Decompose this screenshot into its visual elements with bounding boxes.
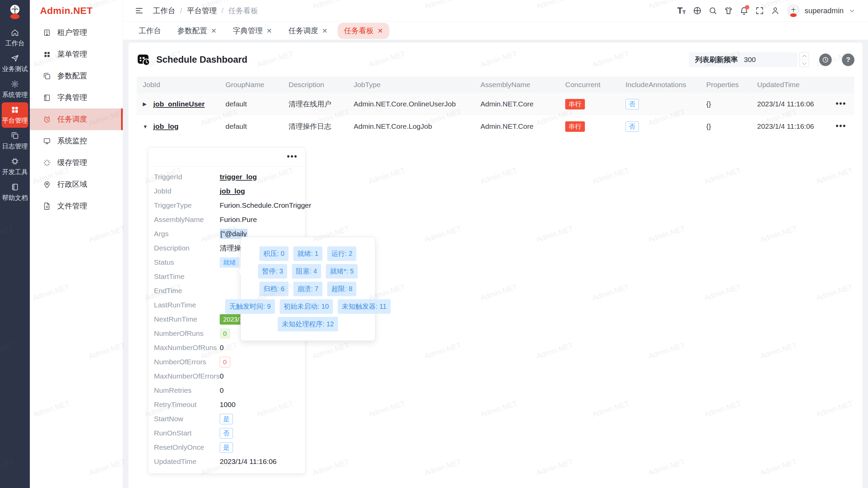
- rail-item-label: 帮助文档: [2, 194, 28, 202]
- sidebar-item-cache-mgmt[interactable]: 缓存管理: [30, 152, 123, 174]
- table-header-row: JobId GroupName Description JobType Asse…: [137, 77, 854, 93]
- breadcrumb-item[interactable]: 平台管理: [187, 6, 217, 16]
- stepper-up-button[interactable]: [800, 53, 809, 60]
- assembly-name-value: Furion.Pure: [220, 216, 257, 224]
- font-size-icon: TT: [677, 6, 686, 15]
- notifications-button[interactable]: [737, 4, 751, 18]
- rail-item-business-test[interactable]: 业务测试: [2, 51, 28, 76]
- close-icon[interactable]: ✕: [211, 27, 217, 34]
- user-avatar[interactable]: [787, 4, 800, 17]
- theme-button[interactable]: [721, 4, 735, 18]
- job-id-link[interactable]: job_log: [153, 122, 179, 130]
- detail-more-actions-button[interactable]: •••: [287, 155, 298, 158]
- row-more-actions-button[interactable]: •••: [836, 102, 847, 105]
- help-button[interactable]: ?: [842, 54, 854, 66]
- app-root: 工作台 业务测试 系统管理 平台管理 日志管理 开发工具 帮助文档 Admin.…: [0, 0, 868, 488]
- rail-item-label: 平台管理: [2, 116, 28, 125]
- breadcrumb-item-current: 任务看板: [228, 6, 258, 16]
- sidebar-item-dict-mgmt[interactable]: 字典管理: [30, 87, 123, 108]
- rail-item-log-mgmt[interactable]: 日志管理: [2, 128, 28, 154]
- notebook-icon: [11, 183, 19, 191]
- status-badge[interactable]: 就绪: [220, 257, 239, 268]
- paper-plane-icon: [11, 54, 19, 63]
- breadcrumb-item[interactable]: 工作台: [153, 6, 175, 16]
- main-area: 工作台 / 平台管理 / 任务看板 TT: [123, 0, 868, 488]
- stepper-down-button[interactable]: [800, 60, 809, 67]
- updated-time-cell: 2023/1/4 11:16:06: [753, 115, 828, 138]
- rail-item-help-docs[interactable]: 帮助文档: [2, 180, 28, 205]
- app-logo-icon[interactable]: [6, 3, 23, 20]
- tshirt-icon: [724, 6, 733, 15]
- updated-time-value: 2023/1/4 11:16:06: [220, 458, 277, 466]
- rail-item-dev-tools[interactable]: 开发工具: [2, 154, 28, 179]
- concurrent-badge: 串行: [565, 121, 585, 132]
- status-legend-badge: 阻塞: 4: [292, 264, 321, 279]
- column-header-description: Description: [284, 77, 350, 93]
- user-menu-chevron[interactable]: [845, 4, 859, 18]
- sidebar-item-system-monitor[interactable]: 系统监控: [30, 130, 123, 152]
- close-icon[interactable]: ✕: [377, 27, 383, 34]
- detail-row: MaxNumberOfRuns0: [149, 341, 305, 355]
- popover-row: 积压: 0 就绪: 1 运行: 2: [245, 246, 371, 261]
- tab-task-dashboard[interactable]: 任务看板 ✕: [338, 23, 389, 39]
- language-globe-icon: [693, 6, 702, 15]
- schedule-dashboard-card: Schedule Dashboard 列表刷新频率 300: [129, 43, 863, 488]
- collapse-row-icon[interactable]: ▼: [143, 124, 148, 129]
- rail-item-platform-mgmt[interactable]: 平台管理: [2, 102, 28, 128]
- expand-row-icon[interactable]: ▶: [143, 101, 148, 107]
- detail-row: JobIdjob_log: [149, 184, 305, 198]
- rail-item-label: 系统管理: [2, 90, 28, 99]
- rail-item-workbench[interactable]: 工作台: [2, 25, 28, 50]
- column-header-includeannotations: IncludeAnnotations: [622, 77, 702, 93]
- brand-logo-text[interactable]: Admin.NET: [30, 0, 123, 22]
- sidebar-item-file-mgmt[interactable]: 文件管理: [30, 195, 123, 217]
- monitor-icon: [43, 137, 51, 145]
- job-id-link[interactable]: job_onlineUser: [153, 100, 205, 108]
- table-row: ▶ job_onlineUser default 清理在线用户 Admin.NE…: [137, 93, 854, 115]
- sidebar-item-tenant-mgmt[interactable]: 租户管理: [30, 22, 123, 43]
- tab-label: 任务调度: [289, 26, 318, 36]
- search-button[interactable]: [706, 4, 720, 18]
- refresh-timer-button[interactable]: [819, 54, 832, 66]
- rail-item-system-mgmt[interactable]: 系统管理: [2, 77, 28, 102]
- close-icon[interactable]: ✕: [322, 27, 328, 34]
- breadcrumb: 工作台 / 平台管理 / 任务看板: [153, 6, 258, 16]
- menu-grid-icon: [43, 50, 51, 59]
- tab-task-schedule[interactable]: 任务调度 ✕: [282, 23, 334, 39]
- collapse-menu-button[interactable]: [132, 4, 146, 18]
- row-more-actions-button[interactable]: •••: [836, 125, 847, 128]
- trigger-id-link[interactable]: trigger_log: [220, 173, 257, 181]
- column-header-jobid: JobId: [137, 77, 221, 93]
- status-legend-badge: 就绪: 1: [293, 246, 322, 261]
- sidebar-item-label: 缓存管理: [57, 158, 87, 168]
- sidebar-item-param-config[interactable]: 参数配置: [30, 65, 123, 87]
- sidebar-item-label: 行政区域: [57, 179, 87, 189]
- max-number-of-errors-value: 0: [220, 372, 224, 380]
- include-annotations-badge: 否: [626, 121, 639, 132]
- detail-row: TriggerIdtrigger_log: [149, 170, 305, 184]
- sidebar-item-menu-mgmt[interactable]: 菜单管理: [30, 43, 123, 65]
- detail-row: StartNow是: [149, 412, 305, 426]
- font-size-button[interactable]: TT: [674, 4, 689, 18]
- job-id-link[interactable]: job_log: [220, 187, 245, 195]
- language-button[interactable]: [690, 4, 704, 18]
- detail-card-header: •••: [149, 147, 305, 166]
- sidebar-item-task-schedule[interactable]: 任务调度: [30, 108, 123, 130]
- max-number-of-runs-value: 0: [220, 344, 224, 352]
- tab-workbench[interactable]: 工作台: [133, 23, 167, 39]
- sidebar-item-admin-region[interactable]: 行政区域: [30, 174, 123, 195]
- refresh-frequency-input[interactable]: 列表刷新频率 300: [689, 52, 797, 67]
- column-header-concurrent: Concurrent: [561, 77, 622, 93]
- username-label[interactable]: superadmin: [805, 6, 844, 15]
- tab-param-config[interactable]: 参数配置 ✕: [171, 23, 223, 39]
- close-icon[interactable]: ✕: [267, 27, 272, 34]
- jobs-table: JobId GroupName Description JobType Asse…: [137, 77, 854, 488]
- profile-button[interactable]: [768, 4, 782, 18]
- tab-dict-mgmt[interactable]: 字典管理 ✕: [227, 23, 278, 39]
- sidebar: Admin.NET 租户管理 菜单管理 参数配置 字典管理 任务调度 系统监控 …: [30, 0, 123, 488]
- breadcrumb-separator: /: [180, 6, 182, 15]
- status-legend-badge: 积压: 0: [259, 246, 289, 261]
- fullscreen-button[interactable]: [752, 4, 767, 18]
- detail-row: TriggerTypeFurion.Schedule.CronTrigger: [149, 198, 305, 212]
- status-legend-badge: 未知处理程序: 12: [278, 317, 338, 331]
